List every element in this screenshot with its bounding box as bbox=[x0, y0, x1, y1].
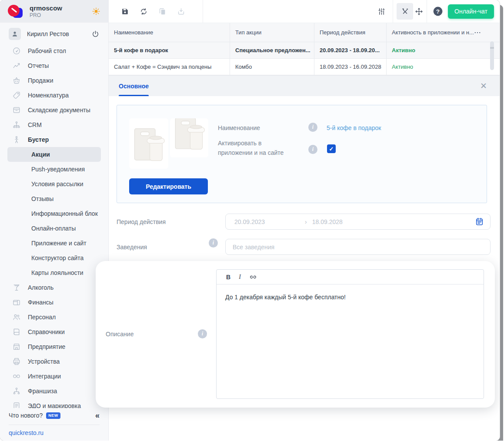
sidebar-item[interactable]: Алкоголь bbox=[0, 280, 108, 295]
dashboard-icon bbox=[12, 47, 21, 55]
table-row[interactable]: 5-й кофе в подарокСпециальное предложен.… bbox=[109, 42, 500, 59]
sidebar-item[interactable]: Карты лояльности bbox=[0, 265, 108, 280]
info-icon[interactable]: i bbox=[308, 145, 317, 154]
user-row[interactable]: Кирилл Рестов bbox=[0, 23, 108, 43]
period-label: Период действия bbox=[117, 218, 166, 225]
sidebar-item[interactable]: ЭДО и маркировка bbox=[0, 398, 108, 408]
refresh-icon[interactable] bbox=[140, 7, 148, 16]
bold-button[interactable]: B bbox=[226, 274, 230, 280]
sidebar-item[interactable]: Отчеты bbox=[0, 58, 108, 73]
brand-logo-icon bbox=[8, 5, 23, 18]
sidebar-item-label: Алкоголь bbox=[28, 284, 53, 291]
svg-text:?: ? bbox=[436, 8, 440, 15]
sidebar-item[interactable]: Продажи bbox=[0, 73, 108, 88]
sidebar-item[interactable]: Складские документы bbox=[0, 103, 108, 117]
sidebar-item-label: Отзывы bbox=[31, 195, 53, 202]
booster-icon bbox=[12, 135, 21, 144]
online-chat-button[interactable]: Онлайн-чат bbox=[448, 4, 494, 19]
app-window: qrmoscow PRO Кирилл Рестов Рабочий столО… bbox=[0, 0, 500, 441]
sidebar-item[interactable]: Справочники bbox=[0, 325, 108, 339]
sidebar-item-label: Push-уведомления bbox=[31, 166, 85, 173]
column-settings-icon[interactable] bbox=[377, 7, 386, 16]
whats-new-row[interactable]: Что нового? NEW « bbox=[9, 408, 100, 423]
franchise-icon bbox=[12, 387, 21, 395]
description-text[interactable]: До 1 декабря каждый 5-й кофе бесплатно! bbox=[217, 284, 484, 398]
sidebar-item[interactable]: Франшиза bbox=[0, 384, 108, 398]
sidebar-item-label: Номенклатура bbox=[28, 92, 69, 99]
sidebar-item-label: Складские документы bbox=[28, 107, 90, 114]
site-link[interactable]: quickresto.ru bbox=[9, 425, 100, 436]
column-header: Период действия bbox=[314, 23, 386, 42]
promo-name-value: 5-й кофе в подарок bbox=[327, 124, 381, 131]
info-icon[interactable]: i bbox=[209, 238, 218, 248]
info-icon[interactable]: i bbox=[198, 329, 207, 338]
sidebar-item-label: Акции bbox=[31, 151, 50, 158]
sidebar-item[interactable]: Условия рассылки bbox=[0, 177, 108, 191]
sidebar-item[interactable]: Push-уведомления bbox=[0, 162, 108, 177]
sidebar-item[interactable]: Предприятие bbox=[0, 339, 108, 354]
save-icon[interactable] bbox=[121, 7, 129, 16]
venues-input[interactable] bbox=[227, 239, 488, 254]
crm-icon bbox=[12, 120, 21, 129]
sidebar-header: qrmoscow PRO bbox=[0, 0, 108, 23]
help-icon[interactable]: ? bbox=[432, 6, 444, 17]
cell-status: Активно bbox=[386, 42, 500, 58]
edit-button[interactable]: Редактировать bbox=[129, 178, 208, 194]
sidebar-item[interactable]: Интеграции bbox=[0, 369, 108, 384]
logout-power-icon[interactable] bbox=[91, 30, 100, 38]
collapse-sidebar-icon[interactable]: « bbox=[95, 411, 100, 420]
column-header: Наименование bbox=[109, 23, 230, 42]
cell-name: Салат + Кофе = Сэндвич за полцены bbox=[109, 59, 230, 75]
activate-checkbox[interactable]: ✓ bbox=[327, 144, 336, 153]
user-avatar-icon bbox=[9, 28, 21, 40]
toolbar-separator bbox=[427, 0, 427, 23]
sidebar-item[interactable]: Отзывы bbox=[0, 191, 108, 206]
copy-icon[interactable] bbox=[158, 7, 167, 16]
promo-image[interactable] bbox=[170, 118, 208, 157]
sidebar-item[interactable]: CRM bbox=[0, 117, 108, 132]
enterprise-icon bbox=[12, 342, 21, 351]
tools-button[interactable] bbox=[397, 3, 413, 20]
sidebar-item[interactable]: Бустер bbox=[0, 132, 108, 147]
link-icon[interactable] bbox=[249, 273, 257, 281]
sidebar-item[interactable]: Приложение и сайт bbox=[0, 236, 108, 251]
sidebar-item[interactable]: Персонал bbox=[0, 310, 108, 325]
tab-main[interactable]: Основное bbox=[119, 76, 149, 96]
info-icon[interactable]: i bbox=[308, 123, 317, 132]
sidebar-item-label: Устройства bbox=[28, 358, 60, 365]
table-row[interactable]: Салат + Кофе = Сэндвич за полценыКомбо18… bbox=[109, 59, 500, 75]
cell-type: Специальное предложен... bbox=[230, 42, 314, 58]
tools-icon bbox=[401, 7, 409, 16]
sidebar-footer: Что нового? NEW « quickresto.ru bbox=[0, 408, 108, 441]
brand-title: qrmoscow bbox=[30, 4, 92, 12]
sidebar-item-label: Бустер bbox=[28, 136, 49, 143]
sidebar-item[interactable]: Финансы bbox=[0, 295, 108, 310]
move-icon[interactable] bbox=[415, 7, 423, 16]
period-to-value: 18.09.2028 bbox=[312, 218, 343, 225]
promo-image[interactable] bbox=[129, 118, 168, 169]
column-header: Тип акции bbox=[230, 23, 314, 42]
table-scrollbar[interactable] bbox=[490, 41, 494, 70]
sidebar-item-label: Рабочий стол bbox=[28, 47, 66, 54]
sidebar-item[interactable]: Информационный блок bbox=[0, 206, 108, 221]
period-field[interactable]: 20.09.2023 › 18.09.2028 bbox=[225, 214, 491, 230]
calendar-icon[interactable] bbox=[475, 217, 484, 226]
sidebar-item-label: Предприятие bbox=[28, 343, 65, 350]
description-editor: B I До 1 декабря каждый 5-й кофе бесплат… bbox=[216, 269, 484, 399]
sidebar-item[interactable]: Номенклатура bbox=[0, 88, 108, 103]
download-icon[interactable] bbox=[177, 7, 185, 16]
toolbar: ? Онлайн-чат bbox=[109, 0, 500, 23]
toolbar-divider bbox=[203, 0, 203, 23]
sidebar-item-label: Персонал bbox=[28, 314, 56, 321]
sidebar-item[interactable]: Онлайн-оплаты bbox=[0, 221, 108, 236]
sidebar-item[interactable]: Конструктор сайта bbox=[0, 251, 108, 265]
sidebar-item[interactable]: Устройства bbox=[0, 354, 108, 369]
sidebar-item-label: Условия рассылки bbox=[31, 181, 83, 187]
italic-button[interactable]: I bbox=[239, 274, 241, 280]
sidebar-item[interactable]: Акции bbox=[7, 147, 101, 162]
close-icon[interactable]: ✕ bbox=[480, 82, 487, 90]
theme-sun-icon[interactable] bbox=[92, 7, 100, 16]
more-columns-icon[interactable] bbox=[474, 29, 481, 37]
sidebar-item[interactable]: Рабочий стол bbox=[0, 43, 108, 58]
promo-table-header: НаименованиеТип акцииПериод действияАкти… bbox=[109, 23, 500, 42]
